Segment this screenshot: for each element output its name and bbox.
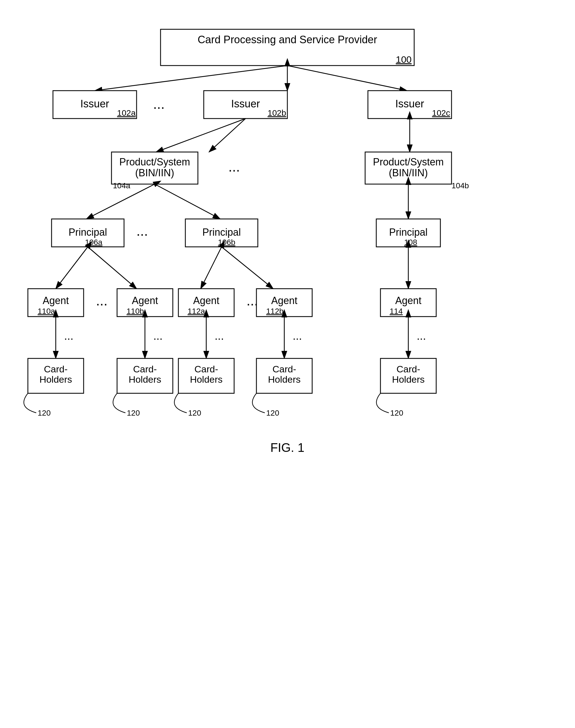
agent-112a-label: Agent xyxy=(193,295,219,306)
provider-label: Card Processing and Service Provider xyxy=(198,34,377,45)
provider-ref: 100 xyxy=(396,54,412,65)
cardholders-3-line2: Holders xyxy=(190,374,223,385)
ch1-ref: 120 xyxy=(38,409,51,417)
agent-110-dots: ... xyxy=(96,293,108,309)
product-dots: ... xyxy=(228,159,240,175)
product-b-label2: (BIN/IIN) xyxy=(389,167,428,179)
cardholders-4-line2: Holders xyxy=(268,374,300,385)
cardholders-2-line1: Card- xyxy=(133,364,157,374)
principal-c-label: Principal xyxy=(389,226,428,238)
agent-110b-ref: 110b xyxy=(127,307,144,315)
diagram-container: Card Processing and Service Provider 100… xyxy=(0,0,575,728)
issuer-a-ref: 102a xyxy=(117,108,136,118)
principal-c-ref: 108 xyxy=(404,238,417,247)
agent-112a-ref: 112a xyxy=(188,307,205,315)
ch5-dots: ... xyxy=(417,330,426,342)
agent-112b-label: Agent xyxy=(271,295,297,306)
cardholders-1-line2: Holders xyxy=(39,374,72,385)
ch4-ref: 120 xyxy=(266,409,279,417)
principal-b-ref: 106b xyxy=(218,238,235,247)
ch1-dots: ... xyxy=(64,330,73,342)
fig-caption: FIG. 1 xyxy=(270,441,304,454)
agent-114-ref: 114 xyxy=(390,307,403,315)
issuer-c-label: Issuer xyxy=(395,98,424,109)
agent-112b-ref: 112b xyxy=(266,307,283,315)
issuer-dots: ... xyxy=(153,96,165,112)
ch3-dots: ... xyxy=(214,330,224,342)
agent-110a-label: Agent xyxy=(43,295,69,306)
issuer-a-label: Issuer xyxy=(80,98,109,109)
ch5-ref: 120 xyxy=(390,409,403,417)
product-b-ref: 104b xyxy=(451,181,469,190)
ch2-ref: 120 xyxy=(127,409,140,417)
product-a-ref: 104a xyxy=(113,181,130,190)
ch3-ref: 120 xyxy=(188,409,201,417)
cardholders-3-line1: Card- xyxy=(194,364,218,374)
issuer-c-ref: 102c xyxy=(432,108,450,118)
cardholders-5-line1: Card- xyxy=(396,364,420,374)
agent-110b-label: Agent xyxy=(132,295,158,306)
ch2-dots: ... xyxy=(153,330,163,342)
cardholders-4-line1: Card- xyxy=(272,364,296,374)
cardholders-5-line2: Holders xyxy=(392,374,425,385)
agent-114-label: Agent xyxy=(395,295,421,306)
issuer-b-label: Issuer xyxy=(231,98,260,109)
product-a-label2: (BIN/IIN) xyxy=(135,167,174,179)
principal-b-label: Principal xyxy=(202,226,241,238)
cardholders-1-line1: Card- xyxy=(44,364,67,374)
principal-a-ref: 106a xyxy=(85,238,103,247)
principal-dots: ... xyxy=(136,223,148,239)
issuer-b-ref: 102b xyxy=(268,108,286,118)
agent-110a-ref: 110a xyxy=(38,307,55,315)
product-a-label1: Product/System xyxy=(119,156,190,168)
principal-a-label: Principal xyxy=(69,226,107,238)
cardholders-2-line2: Holders xyxy=(129,374,161,385)
ch4-dots: ... xyxy=(293,330,302,342)
product-b-label1: Product/System xyxy=(373,156,444,168)
